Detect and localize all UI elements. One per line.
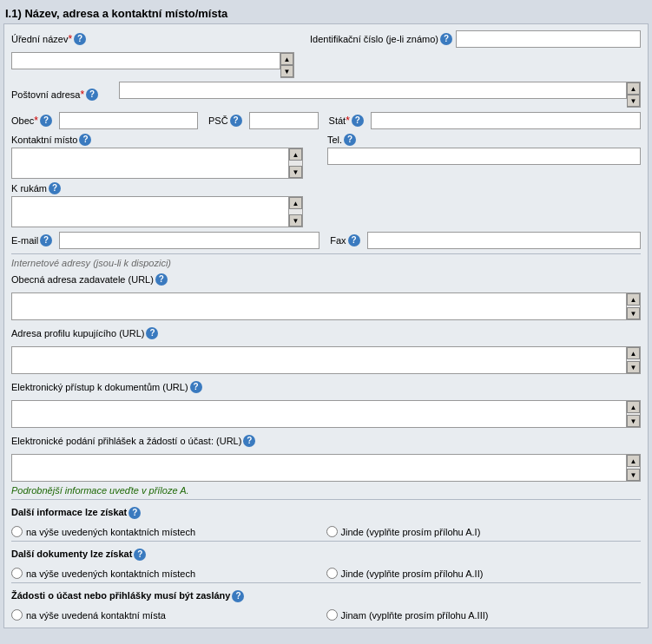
elektronicky-pristup-scroll-up[interactable]: ▲ (627, 401, 640, 413)
elektronicke-podani-scrollbar: ▲ ▼ (627, 454, 641, 482)
row-email-fax: E-mail ? Fax ? (11, 231, 641, 250)
email-help[interactable]: ? (40, 234, 52, 246)
zadosti-help[interactable]: ? (232, 590, 244, 602)
obec-input[interactable] (59, 112, 198, 129)
zadosti-radio2[interactable] (326, 609, 338, 621)
adresa-profilu-input[interactable] (11, 346, 627, 374)
dalsi-dok-radio1-label[interactable]: na výše uvedených kontaktních místech (26, 568, 195, 579)
obecna-adresa-help[interactable]: ? (155, 273, 168, 286)
identifikacni-cislo-input[interactable] (456, 30, 641, 48)
uradni-nazev-input[interactable] (11, 52, 280, 69)
tel-input[interactable] (327, 148, 641, 165)
adresa-profilu-help[interactable]: ? (146, 327, 158, 339)
row-obec-psc-stat: Obec * ? PSČ ? Stát * ? (11, 111, 641, 130)
row-elektronicke-podani-input: ▲ ▼ (11, 454, 641, 482)
postovni-adresa-input[interactable] (119, 82, 627, 99)
k-rukam-scroll-up[interactable]: ▲ (289, 197, 302, 209)
uradni-nazev-scroll-up[interactable]: ▲ (280, 53, 293, 65)
obec-help[interactable]: ? (40, 115, 52, 127)
page-container: I.1) Název, adresa a kontaktní místo/mís… (0, 0, 652, 644)
zadosti-radio1[interactable] (11, 609, 23, 621)
tel-help[interactable]: ? (344, 134, 356, 146)
psc-help[interactable]: ? (230, 115, 242, 127)
elektronicky-pristup-input[interactable] (11, 400, 627, 428)
adresa-profilu-scroll-up[interactable]: ▲ (627, 347, 640, 359)
k-rukam-scroll-down[interactable]: ▼ (289, 214, 302, 227)
k-rukam-label: K rukám (11, 183, 47, 194)
k-rukam-help[interactable]: ? (49, 182, 61, 194)
postovni-adresa-scroll-down[interactable]: ▼ (627, 95, 640, 107)
dalsi-dokumenty-help[interactable]: ? (134, 549, 146, 561)
dalsi-info-radio2-group: Jinde (vyplňte prosím přílohu A.I) (326, 526, 642, 537)
zadosti-radio1-label[interactable]: na výše uvedená kontaktní místa (26, 610, 166, 621)
postovni-adresa-scrollbar: ▲ ▼ (627, 82, 641, 108)
uradni-nazev-scroll-down[interactable]: ▼ (280, 65, 293, 77)
tel-col: Tel. ? (327, 134, 641, 165)
obecna-adresa-wrapper: ▲ ▼ (11, 292, 641, 320)
kontaktni-misto-scrollbar: ▲ ▼ (289, 148, 303, 179)
obec-label: Obec (11, 115, 34, 126)
kontaktni-misto-scroll-down[interactable]: ▼ (289, 166, 302, 178)
elektronicky-pristup-scroll-down[interactable]: ▼ (627, 415, 640, 427)
psc-label-group: PSČ ? (208, 115, 242, 127)
uradni-nazev-help[interactable]: ? (74, 33, 86, 45)
postovni-adresa-help[interactable]: ? (86, 89, 98, 101)
elektronicke-podani-help[interactable]: ? (243, 435, 255, 447)
stat-label: Stát (329, 115, 346, 126)
kontaktni-misto-help[interactable]: ? (79, 134, 91, 146)
dalsi-dok-radio2-group: Jinde (vyplňte prosím přílohu A.II) (326, 568, 642, 579)
obecna-adresa-input[interactable] (11, 292, 627, 320)
email-label: E-mail (11, 235, 38, 246)
k-rukam-scrollbar: ▲ ▼ (289, 196, 303, 227)
elektronicke-podani-scroll-up[interactable]: ▲ (627, 455, 640, 467)
divider-zadosti (11, 582, 641, 583)
zadosti-radio1-group: na výše uvedená kontaktní místa (11, 609, 326, 621)
obec-label-group: Obec * ? (11, 115, 52, 127)
stat-input[interactable] (371, 112, 641, 129)
identifikacni-cislo-group: Identifikační číslo (je-li známo) ? (310, 30, 641, 48)
postovni-adresa-scroll-up[interactable]: ▲ (627, 82, 640, 95)
obecna-adresa-scroll-up[interactable]: ▲ (627, 293, 640, 306)
dalsi-info-radio1[interactable] (11, 526, 23, 537)
dalsi-dokumenty-label: Další dokumenty lze získat (11, 549, 132, 559)
section-title: I.1) Název, adresa a kontaktní místo/mís… (3, 3, 649, 23)
dalsi-info-radio2[interactable] (326, 526, 338, 537)
fax-help[interactable]: ? (348, 234, 360, 246)
dalsi-informace-help[interactable]: ? (128, 507, 141, 519)
elektronicke-podani-label: Elektronické podání přihlášek a žádostí … (11, 436, 241, 446)
dalsi-info-radio1-group: na výše uvedených kontaktních místech (11, 526, 326, 537)
kontaktni-misto-scroll-up[interactable]: ▲ (289, 148, 302, 161)
elektronicke-podani-wrapper: ▲ ▼ (11, 454, 641, 482)
stat-help[interactable]: ? (352, 115, 364, 127)
elektronicke-podani-scroll-down[interactable]: ▼ (627, 469, 640, 481)
dalsi-info-radio2-label[interactable]: Jinde (vyplňte prosím přílohu A.I) (341, 527, 481, 537)
uradni-nazev-group: Úřední název * ? (11, 33, 306, 45)
zadosti-label: Žádosti o účast nebo přihlášky musí být … (11, 590, 230, 601)
email-input[interactable] (59, 232, 319, 249)
row-obecna-adresa-label: Obecná adresa zadavatele (URL) ? (11, 270, 641, 289)
k-rukam-input[interactable] (11, 196, 289, 227)
dalsi-info-radio1-label[interactable]: na výše uvedených kontaktních místech (26, 527, 195, 537)
zadosti-radio2-label[interactable]: Jinam (vyplňte prosím přílohu A.III) (341, 610, 489, 621)
obecna-adresa-scroll-down[interactable]: ▼ (627, 307, 640, 319)
dalsi-dok-radio1[interactable] (11, 568, 23, 579)
dalsi-dok-radio2[interactable] (326, 568, 338, 579)
uradni-nazev-input-wrapper: ▲ ▼ (11, 52, 306, 78)
kontaktni-misto-label: Kontaktní místo (11, 135, 77, 145)
dalsi-dok-radio2-label[interactable]: Jinde (vyplňte prosím přílohu A.II) (341, 568, 484, 579)
row-obecna-adresa-input: ▲ ▼ (11, 292, 641, 320)
divider-internet (11, 253, 641, 254)
row-dalsi-dokumenty-radios: na výše uvedených kontaktních místech Ji… (11, 568, 641, 579)
identifikacni-cislo-help[interactable]: ? (440, 33, 452, 45)
k-rukam-label-row: K rukám ? (11, 182, 324, 194)
elektronicke-podani-input[interactable] (11, 454, 627, 482)
adresa-profilu-scroll-down[interactable]: ▼ (627, 361, 640, 373)
kontaktni-misto-input[interactable] (11, 148, 289, 179)
row-dalsi-informace-label: Další informace lze získat ? (11, 503, 641, 522)
fax-input[interactable] (367, 232, 641, 249)
adresa-profilu-label: Adresa profilu kupujícího (URL) (11, 328, 144, 338)
row-elektronicke-podani-label: Elektronické podání přihlášek a žádostí … (11, 431, 641, 450)
psc-input[interactable] (249, 112, 319, 129)
postovni-adresa-label-group: Poštovní adresa * ? (11, 89, 115, 101)
elektronicky-pristup-help[interactable]: ? (190, 381, 202, 393)
